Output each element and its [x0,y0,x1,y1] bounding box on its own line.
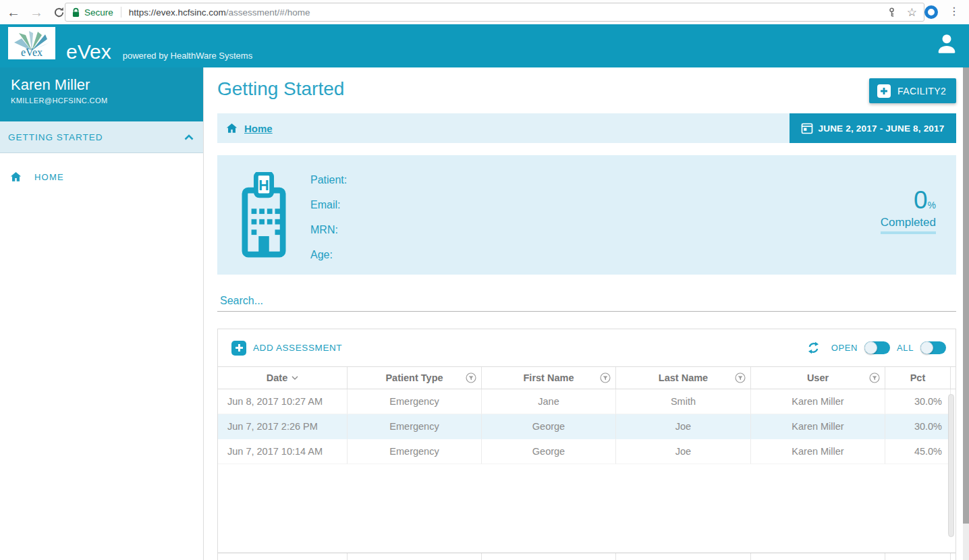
filter-icon[interactable] [600,372,611,385]
patient-summary-card: H Patient: Email: MRN: Age: [217,155,956,275]
header-scrollbar-filler [951,367,956,389]
add-assessment-button[interactable]: ADD ASSESSMENT [231,341,342,356]
evex-logo[interactable]: eVex [8,27,55,59]
title-row: Getting Started FACILITY2 [217,78,956,105]
footer-cell [616,553,751,560]
reload-icon[interactable] [53,6,65,19]
cell-patient-type: Emergency [348,389,482,414]
cell-date: Jun 7, 2017 10:14 AM [218,439,348,464]
search-input[interactable] [217,293,956,312]
column-label: First Name [524,372,574,383]
browser-profile-avatar[interactable] [924,5,938,19]
column-header-user[interactable]: User [751,367,885,389]
column-label: Date [267,372,287,383]
cell-pct: 30.0% [885,389,951,414]
column-header-date[interactable]: Date [218,367,348,389]
secure-label: Secure [84,7,113,18]
footer-cell [751,553,885,560]
cell-date: Jun 7, 2017 2:26 PM [218,414,348,439]
sidebar-section-label: GETTING STARTED [8,132,103,142]
filter-icon[interactable] [466,372,476,385]
cell-pct: 30.0% [885,414,951,439]
mrn-label: MRN: [310,220,347,245]
cell-user: Karen Miller [751,439,885,464]
sidebar-item-home-label: HOME [34,172,64,182]
table-toolbar-right: OPEN ALL [806,341,946,355]
forward-icon[interactable]: → [30,5,43,19]
address-bar[interactable]: Secure https://evex.hcfsinc.com/assessme… [65,3,924,22]
all-toggle[interactable] [920,341,946,354]
column-label: Last Name [659,372,708,383]
breadcrumb: Home JUNE 2, 2017 - JUNE 8, 2017 [217,113,956,143]
column-header-patient-type[interactable]: Patient Type [348,367,482,389]
add-assessment-label: ADD ASSESSMENT [253,343,342,353]
column-header-first-name[interactable]: First Name [482,367,616,389]
browser-menu-icon[interactable]: ⋮ [949,5,960,18]
filter-icon[interactable] [869,372,880,385]
powered-by-text: powered by HealthWare Systems [123,51,252,61]
refresh-icon[interactable] [806,341,821,355]
assessments-table: ADD ASSESSMENT OPEN [217,329,956,560]
sidebar: Karen Miller KMILLER@HCFSINC.COM GETTING… [0,67,204,560]
cell-last-name: Joe [616,414,751,439]
facility-button[interactable]: FACILITY2 [869,78,956,103]
patient-card-labels: Patient: Email: MRN: Age: [310,170,347,270]
column-label: Patient Type [385,372,443,383]
column-header-last-name[interactable]: Last Name [616,367,751,389]
breadcrumb-home-link[interactable]: Home [244,123,273,134]
percent-value: 0 [914,186,928,214]
filter-icon[interactable] [735,372,746,385]
date-range-label: JUNE 2, 2017 - JUNE 8, 2017 [818,123,944,134]
sidebar-section-getting-started[interactable]: GETTING STARTED [0,121,203,153]
footer-cell [951,553,956,560]
footer-cell [482,553,616,560]
cell-first-name: Jane [482,389,616,414]
main-content: Getting Started FACILITY2 Home [204,67,969,560]
open-toggle-label: OPEN [831,343,858,353]
cell-last-name: Smith [616,389,751,414]
browser-toolbar: ← → Secure https://evex.hcfsinc.com/asse… [0,0,969,24]
page-scrollbar[interactable] [963,67,969,560]
cell-first-name: George [482,439,616,464]
table-row[interactable]: Jun 7, 2017 10:14 AM Emergency George Jo… [218,439,956,464]
bookmark-star-icon[interactable]: ☆ [907,5,917,20]
screen: ← → Secure https://evex.hcfsinc.com/asse… [0,0,969,560]
cell-date: Jun 8, 2017 10:27 AM [218,389,348,414]
table-row[interactable]: Jun 8, 2017 10:27 AM Emergency Jane Smit… [218,389,956,414]
column-label: User [807,372,829,383]
app-header: eVex eVex powered by HealthWare Systems [0,24,969,67]
open-toggle-knob [864,341,877,354]
cell-user: Karen Miller [751,389,885,414]
date-range-button[interactable]: JUNE 2, 2017 - JUNE 8, 2017 [790,113,956,143]
back-icon[interactable]: ← [7,5,20,19]
table-scrollbar[interactable] [948,394,954,537]
url-text[interactable]: https://evex.hcfsinc.com/assessment/#/ho… [129,7,310,18]
footer-cell [348,553,482,560]
app-body: Karen Miller KMILLER@HCFSINC.COM GETTING… [0,67,969,560]
plus-icon [877,84,891,98]
page-scrollbar-thumb[interactable] [963,67,969,524]
sidebar-item-home[interactable]: HOME [0,153,203,183]
app-name: eVex [66,42,111,62]
url-path: /assessment/#/home [226,7,310,18]
completion-percent: 0% [881,188,936,213]
open-toggle[interactable] [864,341,890,354]
table-row[interactable]: Jun 7, 2017 2:26 PM Emergency George Joe… [218,414,956,439]
omnibox-divider [121,7,121,18]
url-domain: https://evex.hcfsinc.com [129,7,226,18]
user-profile-icon[interactable] [934,30,960,56]
table-toolbar: ADD ASSESSMENT OPEN [218,329,956,366]
percent-unit: % [928,200,936,211]
logo-wordmark: eVex [21,47,43,58]
completed-link[interactable]: Completed [881,216,936,234]
table-footer-row [218,553,956,560]
home-icon [9,171,22,183]
svg-text:H: H [258,177,269,194]
cell-last-name: Joe [616,439,751,464]
column-header-pct[interactable]: Pct [885,367,951,389]
completion-block: 0% Completed [881,188,936,234]
calendar-icon [801,122,813,134]
key-icon[interactable] [886,7,897,18]
cell-pct: 45.0% [885,439,951,464]
age-label: Age: [310,245,347,270]
